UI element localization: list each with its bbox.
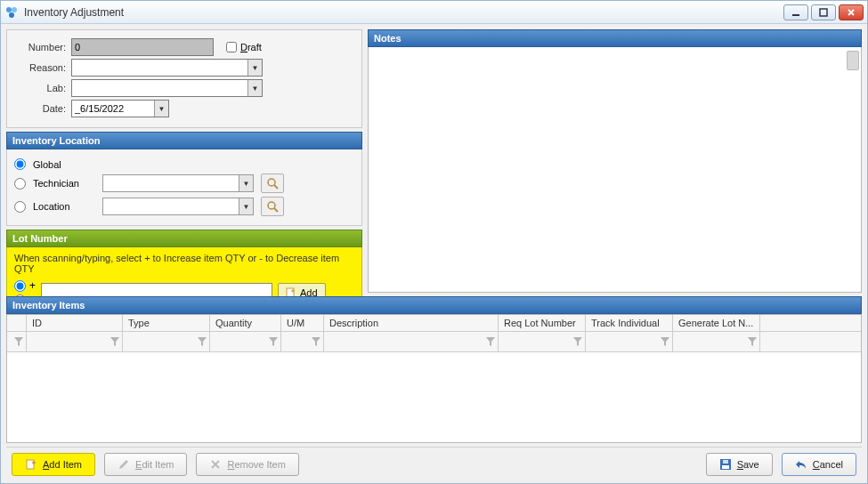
filter-type[interactable] xyxy=(123,332,210,351)
global-radio[interactable] xyxy=(14,158,26,170)
inventory-items-header: Inventory Items xyxy=(6,296,862,314)
col-track-individual[interactable]: Track Individual xyxy=(586,315,673,331)
svg-point-1 xyxy=(12,7,17,12)
grid-body[interactable] xyxy=(7,352,861,442)
edit-item-button[interactable]: Edit Item xyxy=(104,453,187,476)
filter-icon xyxy=(747,336,758,347)
filter-icon xyxy=(13,336,24,347)
notes-textarea[interactable] xyxy=(368,47,862,293)
col-id[interactable]: ID xyxy=(27,315,123,331)
draft-label: Draft xyxy=(240,42,262,52)
chevron-down-icon: ▼ xyxy=(239,175,253,191)
filter-track[interactable] xyxy=(586,332,673,351)
scrollbar-thumb[interactable] xyxy=(847,51,859,70)
close-icon xyxy=(847,8,856,17)
filter-icon xyxy=(485,336,496,347)
chevron-down-icon[interactable]: ▼ xyxy=(247,60,262,76)
location-combo[interactable]: ▼ xyxy=(102,198,254,215)
filter-selector[interactable] xyxy=(7,332,27,351)
titlebar[interactable]: Inventory Adjustment xyxy=(1,1,867,24)
inventory-location-section: Inventory Location Global Technician ▼ xyxy=(6,132,362,226)
floppy-icon xyxy=(719,458,732,471)
app-icon xyxy=(4,5,19,20)
filter-icon xyxy=(197,336,207,347)
svg-point-0 xyxy=(6,7,12,12)
svg-rect-22 xyxy=(723,460,728,464)
save-label: Save xyxy=(737,459,759,470)
window-controls xyxy=(783,4,864,20)
col-quantity[interactable]: Quantity xyxy=(210,315,281,331)
remove-item-button[interactable]: Remove Item xyxy=(196,453,298,476)
items-grid[interactable]: ID Type Quantity U/M Description Req Lot… xyxy=(6,314,862,443)
header-form: Number: Draft Reason: ▼ xyxy=(6,29,362,128)
lot-number-header: Lot Number xyxy=(6,230,362,247)
search-icon xyxy=(266,200,279,213)
lot-hint: When scanning/typing, select + to Increa… xyxy=(14,253,354,274)
maximize-icon xyxy=(819,8,828,17)
location-lookup-button[interactable] xyxy=(261,197,284,216)
left-pane: Number: Draft Reason: ▼ xyxy=(6,29,362,293)
chevron-down-icon[interactable]: ▼ xyxy=(247,80,262,96)
plus-radio[interactable] xyxy=(14,280,26,292)
col-description[interactable]: Description xyxy=(324,315,499,331)
reason-label: Reason: xyxy=(14,62,66,73)
svg-rect-3 xyxy=(792,14,799,16)
filter-quantity[interactable] xyxy=(210,332,281,351)
svg-point-2 xyxy=(9,12,14,18)
number-input[interactable] xyxy=(71,38,214,56)
lab-combo[interactable] xyxy=(71,79,263,97)
plus-label: + xyxy=(29,279,36,292)
filter-icon xyxy=(110,336,120,347)
chevron-down-icon[interactable]: ▼ xyxy=(154,101,168,117)
upper-panels: Number: Draft Reason: ▼ xyxy=(6,29,862,293)
svg-point-9 xyxy=(268,202,275,209)
col-req-lot[interactable]: Req Lot Number xyxy=(499,315,586,331)
filter-icon xyxy=(311,336,321,347)
maximize-button[interactable] xyxy=(811,4,836,20)
filter-generate[interactable] xyxy=(673,332,760,351)
location-radio[interactable] xyxy=(14,201,26,213)
global-label: Global xyxy=(33,159,61,170)
col-type[interactable]: Type xyxy=(123,315,210,331)
svg-rect-15 xyxy=(27,460,34,469)
minimize-button[interactable] xyxy=(783,4,808,20)
window-title: Inventory Adjustment xyxy=(24,6,783,19)
location-label: Location xyxy=(33,201,95,212)
col-um[interactable]: U/M xyxy=(281,315,324,331)
filter-icon xyxy=(268,336,279,347)
cancel-label: Cancel xyxy=(813,459,843,470)
remove-item-label: Remove Item xyxy=(227,459,285,470)
filter-um[interactable] xyxy=(281,332,324,351)
svg-rect-4 xyxy=(820,9,827,16)
col-generate-lot[interactable]: Generate Lot N... xyxy=(673,315,760,331)
lab-label: Lab: xyxy=(14,83,66,93)
add-item-button[interactable]: Add Item xyxy=(12,453,95,476)
add-item-label: Add Item xyxy=(43,459,82,470)
inventory-items-section: Inventory Items ID Type Quantity U/M Des… xyxy=(6,296,862,443)
edit-item-label: Edit Item xyxy=(135,459,174,470)
inventory-location-header: Inventory Location xyxy=(6,132,362,149)
draft-checkbox[interactable] xyxy=(226,42,237,52)
technician-label: Technician xyxy=(33,178,95,189)
cancel-button[interactable]: Cancel xyxy=(782,453,856,476)
undo-icon xyxy=(795,458,807,471)
notes-section: Notes xyxy=(368,29,862,293)
svg-point-7 xyxy=(268,179,275,186)
technician-radio[interactable] xyxy=(14,178,26,190)
svg-line-8 xyxy=(274,185,278,189)
reason-combo[interactable] xyxy=(71,59,263,77)
inventory-adjustment-window: Inventory Adjustment Number: xyxy=(0,0,868,484)
svg-rect-21 xyxy=(722,465,729,469)
number-label: Number: xyxy=(14,42,66,52)
pencil-icon xyxy=(118,458,130,471)
filter-id[interactable] xyxy=(27,332,123,351)
technician-lookup-button[interactable] xyxy=(261,173,284,193)
filter-description[interactable] xyxy=(324,332,499,351)
notes-header: Notes xyxy=(368,29,862,47)
technician-combo[interactable]: ▼ xyxy=(102,174,254,192)
close-button[interactable] xyxy=(839,4,864,20)
col-selector[interactable] xyxy=(7,315,27,331)
footer-toolbar: Add Item Edit Item Remove Item Save Canc… xyxy=(6,447,862,478)
filter-req-lot[interactable] xyxy=(499,332,586,351)
save-button[interactable]: Save xyxy=(706,453,773,476)
